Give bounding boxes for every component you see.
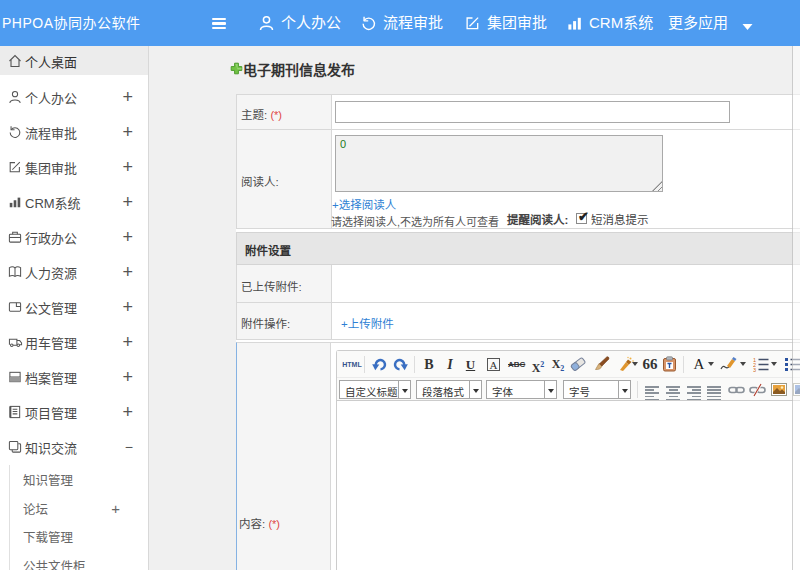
svg-text:3: 3 <box>753 367 756 373</box>
